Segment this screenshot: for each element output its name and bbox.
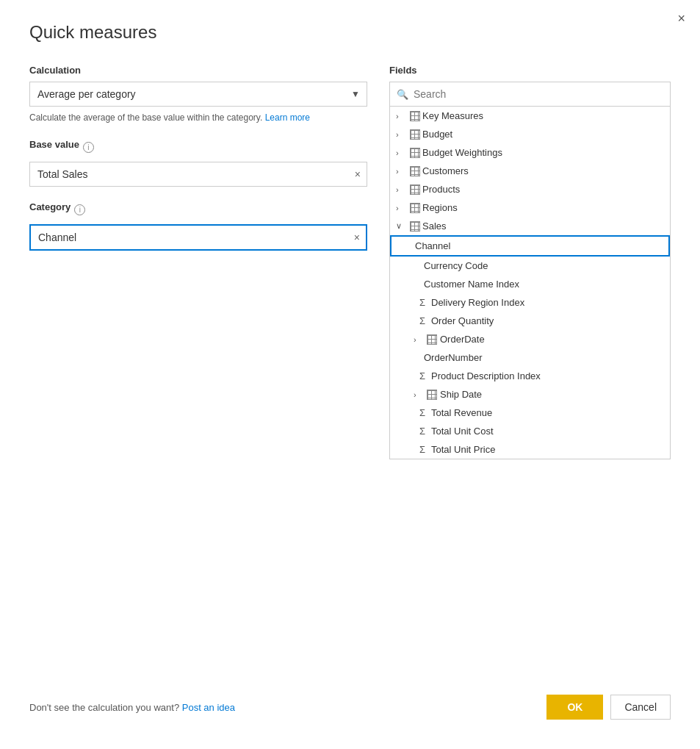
sigma-icon-total-unit-cost: Σ <box>414 426 431 437</box>
right-panel: Fields 🔍 › Key Measures › Budget <box>389 65 671 673</box>
footer-buttons: OK Cancel <box>546 695 671 720</box>
sigma-icon-delivery: Σ <box>414 297 431 308</box>
tree-label-regions: Regions <box>422 202 664 213</box>
search-wrapper: 🔍 <box>389 82 671 107</box>
grid-icon-key-measures <box>408 111 422 121</box>
search-input[interactable] <box>389 82 671 107</box>
base-value-text: Total Sales <box>37 168 87 180</box>
tree-label-ordernumber: OrderNumber <box>424 352 664 363</box>
tree-item-total-unit-cost[interactable]: Σ Total Unit Cost <box>390 422 670 440</box>
sigma-icon-order-qty: Σ <box>414 315 431 326</box>
tree-item-sales[interactable]: ∨ Sales <box>390 217 670 235</box>
tree-label-products: Products <box>422 184 664 195</box>
tree-label-key-measures: Key Measures <box>422 110 664 121</box>
footer-text: Don't see the calculation you want? Post… <box>29 702 235 713</box>
quick-measures-dialog: × Quick measures Calculation Average per… <box>0 0 700 749</box>
base-value-field[interactable]: Total Sales × <box>29 162 367 187</box>
grid-icon-sales <box>408 221 422 232</box>
tree-label-total-revenue: Total Revenue <box>431 407 664 418</box>
chevron-regions: › <box>396 204 408 212</box>
tree-item-budget[interactable]: › Budget <box>390 125 670 143</box>
tree-label-ship-date: Ship Date <box>440 389 664 400</box>
category-section: Category i Channel × <box>29 201 367 251</box>
chevron-ship-date: › <box>414 390 424 399</box>
tree-item-regions[interactable]: › Regions <box>390 198 670 217</box>
sigma-icon-product-desc: Σ <box>414 370 431 381</box>
dialog-title: Quick measures <box>29 22 671 43</box>
sigma-icon-total-revenue: Σ <box>414 407 431 418</box>
tree-label-sales: Sales <box>422 221 664 232</box>
calculation-label: Calculation <box>29 65 367 76</box>
base-value-clear-icon[interactable]: × <box>355 168 361 180</box>
category-info-icon: i <box>74 204 85 215</box>
category-field[interactable]: Channel × <box>29 224 367 251</box>
fields-label: Fields <box>389 65 671 76</box>
tree-item-products[interactable]: › Products <box>390 180 670 198</box>
learn-more-link[interactable]: Learn more <box>265 112 310 123</box>
tree-item-ship-date[interactable]: › Ship Date <box>390 385 670 404</box>
ok-button[interactable]: OK <box>546 695 603 720</box>
chevron-budget-weightings: › <box>396 148 408 157</box>
cancel-button[interactable]: Cancel <box>610 695 671 720</box>
tree-label-product-description-index: Product Description Index <box>431 370 664 381</box>
tree-item-orderdate[interactable]: › OrderDate <box>390 330 670 348</box>
tree-item-product-description-index[interactable]: Σ Product Description Index <box>390 367 670 385</box>
tree-label-total-unit-cost: Total Unit Cost <box>431 426 664 437</box>
grid-icon-products <box>408 184 422 195</box>
chevron-orderdate: › <box>414 335 424 344</box>
tree-item-delivery-region-index[interactable]: Σ Delivery Region Index <box>390 293 670 312</box>
close-button[interactable]: × <box>677 12 685 25</box>
tree-label-budget: Budget <box>422 129 664 140</box>
grid-icon-customers <box>408 166 422 176</box>
base-value-section: Base value i Total Sales × <box>29 139 367 187</box>
tree-label-currency-code: Currency Code <box>424 260 664 271</box>
tree-item-order-quantity[interactable]: Σ Order Quantity <box>390 312 670 330</box>
base-value-info-icon: i <box>83 142 94 153</box>
chevron-sales: ∨ <box>396 221 408 231</box>
tree-item-total-unit-price[interactable]: Σ Total Unit Price <box>390 440 670 459</box>
calculation-dropdown-wrapper: Average per category ▼ <box>29 82 367 107</box>
calculation-dropdown[interactable]: Average per category <box>29 82 367 107</box>
base-value-label-row: Base value i <box>29 139 367 156</box>
sigma-icon-total-unit-price: Σ <box>414 444 431 455</box>
tree-item-ordernumber[interactable]: OrderNumber <box>390 348 670 367</box>
grid-icon-regions <box>408 203 422 213</box>
calendar-icon-ship-date <box>424 390 440 400</box>
description-text: Calculate the average of the base value … <box>29 111 367 124</box>
tree-item-channel[interactable]: Channel <box>390 235 670 257</box>
category-label-row: Category i <box>29 201 367 218</box>
tree-label-orderdate: OrderDate <box>440 334 664 345</box>
tree-item-key-measures[interactable]: › Key Measures <box>390 107 670 125</box>
base-value-label: Base value <box>29 139 79 150</box>
category-label: Category <box>29 201 71 212</box>
category-value-text: Channel <box>38 232 76 243</box>
post-idea-link[interactable]: Post an idea <box>182 702 235 713</box>
calendar-icon-orderdate <box>424 334 440 345</box>
grid-icon-budget <box>408 129 422 140</box>
tree-label-budget-weightings: Budget Weightings <box>422 147 664 158</box>
grid-icon-budget-weightings <box>408 148 422 158</box>
tree-label-customer-name-index: Customer Name Index <box>424 279 664 290</box>
tree-item-total-revenue[interactable]: Σ Total Revenue <box>390 404 670 422</box>
content-area: Calculation Average per category ▼ Calcu… <box>29 65 671 673</box>
tree-label-delivery-region-index: Delivery Region Index <box>431 297 664 308</box>
left-panel: Calculation Average per category ▼ Calcu… <box>29 65 367 673</box>
search-icon: 🔍 <box>397 89 408 100</box>
tree-item-customers[interactable]: › Customers <box>390 162 670 180</box>
tree-label-channel: Channel <box>415 240 663 251</box>
fields-tree: › Key Measures › Budget › Budget Weighti… <box>389 107 671 459</box>
chevron-products: › <box>396 185 408 194</box>
dialog-footer: Don't see the calculation you want? Post… <box>29 673 671 720</box>
tree-item-customer-name-index[interactable]: Customer Name Index <box>390 275 670 293</box>
tree-label-total-unit-price: Total Unit Price <box>431 444 664 455</box>
tree-item-budget-weightings[interactable]: › Budget Weightings <box>390 143 670 162</box>
tree-item-currency-code[interactable]: Currency Code <box>390 257 670 275</box>
chevron-customers: › <box>396 167 408 176</box>
tree-label-customers: Customers <box>422 165 664 176</box>
chevron-key-measures: › <box>396 112 408 121</box>
category-clear-icon[interactable]: × <box>354 232 360 243</box>
tree-label-order-quantity: Order Quantity <box>431 315 664 326</box>
chevron-budget: › <box>396 130 408 139</box>
